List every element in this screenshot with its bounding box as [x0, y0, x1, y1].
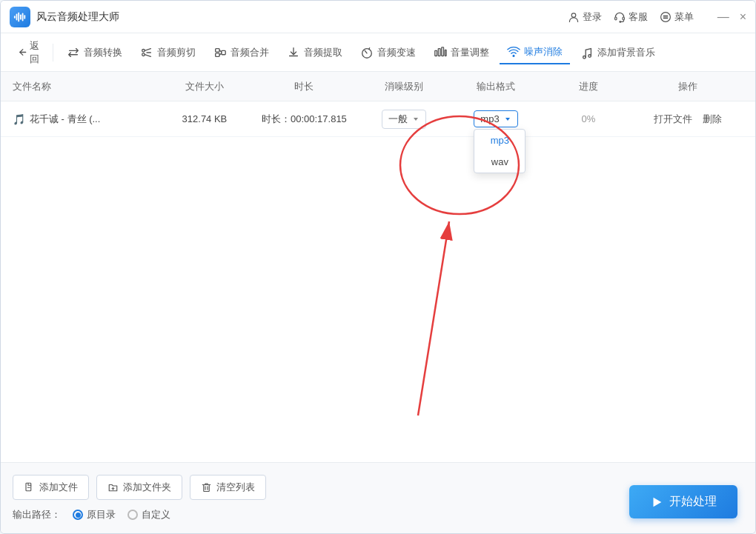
window-controls: — ×: [717, 11, 746, 23]
svg-rect-8: [623, 17, 624, 20]
svg-point-6: [571, 13, 576, 17]
noise-level-select[interactable]: 一般: [382, 110, 426, 129]
convert-icon: [67, 46, 80, 59]
format-option-wav[interactable]: wav: [474, 151, 525, 173]
headset-icon: [614, 11, 626, 23]
start-button-wrap: 开始处理: [629, 485, 737, 518]
delete-link[interactable]: 删除: [703, 113, 722, 126]
add-folder-button[interactable]: 添加文件夹: [96, 475, 182, 500]
wifi-noise-icon: [507, 45, 520, 59]
format-dropdown: mp3 wav: [474, 129, 525, 173]
user-icon: [568, 11, 580, 23]
svg-rect-0: [14, 16, 16, 19]
radio-custom-dot: [127, 510, 138, 520]
cell-filename: 🎵 花千诚 - 青丝 (...: [13, 113, 160, 126]
toolbar-item-convert[interactable]: 音频转换: [59, 41, 130, 64]
service-button[interactable]: 客服: [614, 10, 648, 24]
header-action: 操作: [633, 80, 743, 93]
toolbar: 返回 音频转换 音频剪切: [1, 33, 755, 72]
svg-marker-40: [654, 497, 662, 507]
header-filename: 文件名称: [13, 80, 160, 93]
header-duration: 时长: [249, 80, 359, 93]
svg-rect-7: [614, 17, 616, 20]
svg-rect-28: [442, 47, 444, 56]
add-folder-icon: [107, 481, 119, 493]
add-file-icon: [24, 481, 35, 493]
title-bar: 风云音频处理大师 登录 客服: [1, 1, 755, 33]
title-bar-actions: 登录 客服 菜单: [568, 10, 746, 24]
header-noise-level: 消噪级别: [359, 80, 448, 93]
app-logo: [10, 7, 30, 27]
merge-icon: [213, 46, 227, 59]
cut-icon: [140, 46, 153, 59]
cell-filesize: 312.74 KB: [160, 113, 249, 124]
cell-noise-level: 一般: [359, 110, 448, 129]
music-file-icon: 🎵: [13, 113, 25, 125]
music-icon: [580, 46, 594, 59]
svg-rect-26: [435, 50, 437, 56]
toolbar-item-speed[interactable]: 音频变速: [353, 41, 423, 64]
start-button[interactable]: 开始处理: [629, 485, 737, 518]
svg-point-31: [588, 54, 591, 57]
back-button[interactable]: 返回: [10, 35, 47, 70]
svg-rect-22: [222, 50, 225, 54]
svg-rect-5: [24, 15, 25, 19]
svg-rect-2: [18, 12, 19, 21]
header-progress: 进度: [544, 80, 633, 93]
cell-progress: 0%: [544, 113, 633, 124]
speed-icon: [360, 46, 374, 59]
app-title: 风云音频处理大师: [36, 10, 568, 24]
toolbar-item-extract[interactable]: 音频提取: [279, 41, 350, 64]
svg-rect-27: [438, 48, 440, 56]
svg-line-17: [145, 48, 150, 50]
waveform-icon: [13, 10, 27, 24]
noise-level-select-btn[interactable]: 一般: [382, 110, 426, 129]
trash-icon: [201, 481, 212, 493]
format-option-mp3[interactable]: mp3: [474, 130, 525, 151]
toolbar-item-denoise[interactable]: 噪声消除: [500, 41, 570, 64]
svg-rect-1: [16, 13, 18, 20]
toolbar-item-bgmusic[interactable]: 添加背景音乐: [573, 41, 663, 64]
svg-rect-4: [22, 13, 24, 21]
svg-point-9: [620, 21, 621, 22]
minimize-button[interactable]: —: [717, 11, 729, 23]
menu-icon: [660, 11, 672, 23]
format-select-btn[interactable]: mp3: [474, 110, 518, 127]
toolbar-item-cut[interactable]: 音频剪切: [133, 41, 203, 64]
svg-rect-29: [445, 50, 446, 56]
format-select[interactable]: mp3 mp3 wav: [474, 110, 518, 127]
login-button[interactable]: 登录: [568, 10, 602, 24]
header-filesize: 文件大小: [160, 80, 249, 93]
svg-line-18: [145, 54, 150, 56]
cell-format: mp3 mp3 wav: [448, 110, 544, 127]
open-file-link[interactable]: 打开文件: [654, 113, 692, 126]
chevron-down-icon2: [504, 116, 511, 123]
chevron-down-icon: [412, 116, 420, 123]
volume-icon: [434, 46, 447, 59]
toolbar-item-volume[interactable]: 音量调整: [426, 41, 497, 64]
menu-button[interactable]: 菜单: [660, 10, 694, 24]
radio-custom[interactable]: 自定义: [127, 508, 170, 521]
play-icon: [650, 495, 663, 509]
table-row: 🎵 花千诚 - 青丝 (... 312.74 KB 时长：00:00:17.81…: [1, 101, 755, 137]
svg-rect-21: [216, 53, 219, 56]
toolbar-item-merge[interactable]: 音频合并: [206, 41, 276, 64]
svg-point-30: [583, 56, 586, 59]
radio-original[interactable]: 原目录: [73, 508, 116, 521]
cell-duration: 时长：00:00:17.815: [249, 113, 359, 126]
clear-list-button[interactable]: 清空列表: [190, 475, 266, 500]
toolbar-divider: [53, 44, 53, 61]
svg-rect-36: [204, 485, 210, 492]
main-window: 风云音频处理大师 登录 客服: [0, 0, 756, 534]
header-format: 输出格式: [448, 80, 544, 93]
back-arrow-icon: [17, 47, 27, 57]
svg-rect-20: [216, 48, 219, 52]
radio-original-dot: [73, 510, 83, 520]
table-body: 🎵 花千诚 - 青丝 (... 312.74 KB 时长：00:00:17.81…: [1, 101, 755, 462]
close-button[interactable]: ×: [740, 11, 746, 23]
extract-icon: [287, 46, 300, 59]
add-file-button[interactable]: 添加文件: [13, 475, 89, 500]
svg-rect-3: [20, 14, 21, 19]
table-header: 文件名称 文件大小 时长 消噪级别 输出格式 进度 操作: [1, 72, 755, 101]
cell-actions: 打开文件 删除: [633, 113, 743, 126]
